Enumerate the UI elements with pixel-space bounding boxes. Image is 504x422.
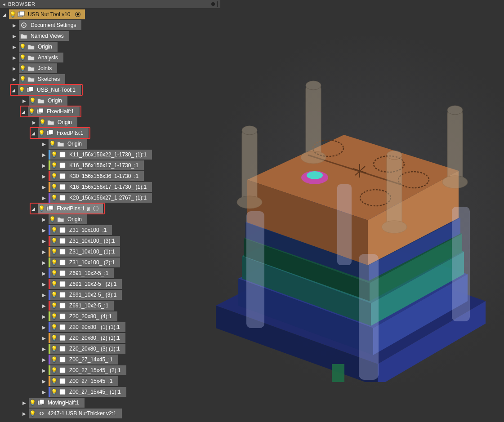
expand-icon[interactable] xyxy=(41,141,47,147)
lightbulb-icon[interactable]: 💡 xyxy=(18,85,25,95)
tree-item-body[interactable]: 💡 Z00_27_15x45_:1 xyxy=(49,376,118,386)
lightbulb-icon[interactable]: 💡 xyxy=(29,398,36,408)
lightbulb-icon[interactable]: 💡 xyxy=(50,225,58,235)
tree-item-joints[interactable]: 💡 Joints xyxy=(19,63,57,73)
expand-icon[interactable] xyxy=(41,249,47,254)
expand-icon[interactable] xyxy=(21,109,26,114)
expand-icon[interactable] xyxy=(41,260,47,265)
tree-item-body[interactable]: 💡 Z31_10x100_:1 xyxy=(49,225,112,235)
lightbulb-icon[interactable]: 💡 xyxy=(50,333,58,343)
tree-item-origin[interactable]: 💡 Origin xyxy=(39,117,77,127)
lightbulb-icon[interactable]: 💡 xyxy=(9,9,16,19)
lightbulb-icon[interactable]: 💡 xyxy=(50,301,58,311)
expand-icon[interactable] xyxy=(31,120,37,125)
tree-item-body[interactable]: 💡 K20_156x156x27_1-2767_ (1):1 xyxy=(49,193,152,203)
tree-item-body[interactable]: 💡 Z691_10x2-5_ (3):1 xyxy=(49,290,122,300)
expand-icon[interactable] xyxy=(41,184,47,190)
lightbulb-icon[interactable]: 💡 xyxy=(19,63,26,73)
tree-item-origin[interactable]: 💡 Origin xyxy=(19,42,58,52)
panel-minimize-icon[interactable] xyxy=(211,2,215,6)
tree-item-fixedhalf[interactable]: 💡 FixedHalf:1 xyxy=(28,107,80,116)
tree-item-body[interactable]: 💡 Z20_20x80_ (1) (1):1 xyxy=(49,322,125,332)
lightbulb-icon[interactable]: 💡 xyxy=(50,182,58,192)
lightbulb-icon[interactable]: 💡 xyxy=(19,42,26,52)
lightbulb-icon[interactable]: 💡 xyxy=(49,139,56,149)
lightbulb-icon[interactable]: 💡 xyxy=(50,290,58,300)
expand-icon[interactable] xyxy=(41,163,47,168)
lightbulb-icon[interactable]: 💡 xyxy=(19,53,26,62)
lightbulb-icon[interactable]: 💡 xyxy=(28,107,35,116)
lightbulb-icon[interactable]: 💡 xyxy=(50,258,58,267)
expand-icon[interactable] xyxy=(41,292,47,298)
tree-item-body[interactable]: 💡 Z31_10x100_ (3):1 xyxy=(49,236,120,246)
expand-icon[interactable] xyxy=(22,98,27,103)
expand-icon[interactable] xyxy=(2,12,7,17)
tree-item-named-views[interactable]: Named Views xyxy=(19,31,69,41)
lightbulb-icon[interactable]: 💡 xyxy=(50,387,58,397)
expand-icon[interactable] xyxy=(41,346,47,351)
lightbulb-icon[interactable]: 💡 xyxy=(29,409,36,418)
expand-icon[interactable] xyxy=(41,303,47,308)
panel-dock-icon[interactable] xyxy=(217,1,218,7)
lightbulb-icon[interactable]: 💡 xyxy=(50,311,58,321)
expand-icon[interactable] xyxy=(41,357,47,362)
expand-icon[interactable] xyxy=(41,152,47,157)
expand-icon[interactable] xyxy=(22,411,27,416)
tree-item-document-settings[interactable]: Document Settings xyxy=(19,20,81,30)
tree-item-body[interactable]: 💡 Z00_27_15x45_ (2):1 xyxy=(49,365,126,375)
expand-icon[interactable] xyxy=(41,238,47,244)
tree-item-body[interactable]: 💡 Z31_10x100_ (1):1 xyxy=(49,247,120,257)
lightbulb-icon[interactable]: 💡 xyxy=(50,279,58,289)
tree-item-body[interactable]: 💡 K30_156x156x36_1-1730_:1 xyxy=(49,171,144,181)
expand-icon[interactable] xyxy=(11,87,16,93)
lightbulb-icon[interactable]: 💡 xyxy=(50,344,58,354)
lightbulb-icon[interactable]: 💡 xyxy=(19,74,26,84)
expand-icon[interactable] xyxy=(41,281,47,287)
expand-icon[interactable] xyxy=(41,271,47,276)
expand-icon[interactable] xyxy=(12,44,17,49)
tree-item-fixedpins[interactable]: 💡 FixedPins:1 ꖦ xyxy=(38,204,103,213)
lightbulb-icon[interactable]: 💡 xyxy=(50,236,58,246)
lightbulb-icon[interactable]: 💡 xyxy=(50,160,58,170)
lightbulb-icon[interactable]: 💡 xyxy=(50,376,58,386)
expand-icon[interactable] xyxy=(12,22,17,28)
expand-icon[interactable] xyxy=(41,335,47,341)
expand-icon[interactable] xyxy=(41,195,47,200)
tree-item-movinghalf[interactable]: 💡 MovingHalf:1 xyxy=(29,398,85,408)
lightbulb-icon[interactable]: 💡 xyxy=(50,268,58,278)
lightbulb-icon[interactable]: 💡 xyxy=(50,150,58,160)
activate-radio-icon[interactable] xyxy=(93,206,98,211)
tree-item-body[interactable]: 💡 Z20_20x80_ (3) (1):1 xyxy=(49,344,125,354)
expand-icon[interactable] xyxy=(12,55,17,60)
lightbulb-icon[interactable]: 💡 xyxy=(39,117,46,127)
lightbulb-icon[interactable]: 💡 xyxy=(50,247,58,257)
expand-icon[interactable] xyxy=(41,324,47,330)
expand-icon[interactable] xyxy=(31,130,36,136)
expand-icon[interactable] xyxy=(41,217,47,222)
tree-item-analysis[interactable]: 💡 Analysis xyxy=(19,53,63,62)
expand-icon[interactable] xyxy=(41,389,47,395)
expand-icon[interactable] xyxy=(22,400,27,405)
tree-item-linked-ref[interactable]: 💡 4247-1 USB NutThicker v2:1 xyxy=(29,409,122,418)
activate-radio-icon[interactable] xyxy=(75,12,80,17)
tree-item-body[interactable]: 💡 Z00_27_14x45_:1 xyxy=(49,355,118,364)
lightbulb-icon[interactable]: 💡 xyxy=(38,128,45,138)
expand-icon[interactable] xyxy=(41,368,47,373)
expand-icon[interactable] xyxy=(41,378,47,384)
lightbulb-icon[interactable]: 💡 xyxy=(50,171,58,181)
tree-item-usb-nut-tool[interactable]: 💡 USB_Nut-Tool:1 xyxy=(18,85,81,95)
tree-item-body[interactable]: 💡 Z20_20x80_ (4):1 xyxy=(49,311,117,321)
tree-item-body[interactable]: 💡 K16_156x156x17_1-1730_:1 xyxy=(49,160,144,170)
expand-icon[interactable] xyxy=(12,66,17,71)
tree-item-body[interactable]: 💡 Z31_10x100_ (2):1 xyxy=(49,258,120,267)
tree-item-sketches[interactable]: 💡 Sketches xyxy=(19,74,65,84)
expand-icon[interactable] xyxy=(12,33,17,39)
tree-item-body[interactable]: 💡 Z00_27_15x45_ (1):1 xyxy=(49,387,126,397)
lightbulb-icon[interactable]: 💡 xyxy=(29,96,36,106)
lightbulb-icon[interactable]: 💡 xyxy=(50,365,58,375)
tree-item-origin[interactable]: 💡 Origin xyxy=(29,96,67,106)
expand-icon[interactable] xyxy=(41,314,47,319)
expand-icon[interactable] xyxy=(41,227,47,233)
lightbulb-icon[interactable]: 💡 xyxy=(50,355,58,364)
tree-item-body[interactable]: 💡 Z691_10x2-5_ (2):1 xyxy=(49,279,122,289)
